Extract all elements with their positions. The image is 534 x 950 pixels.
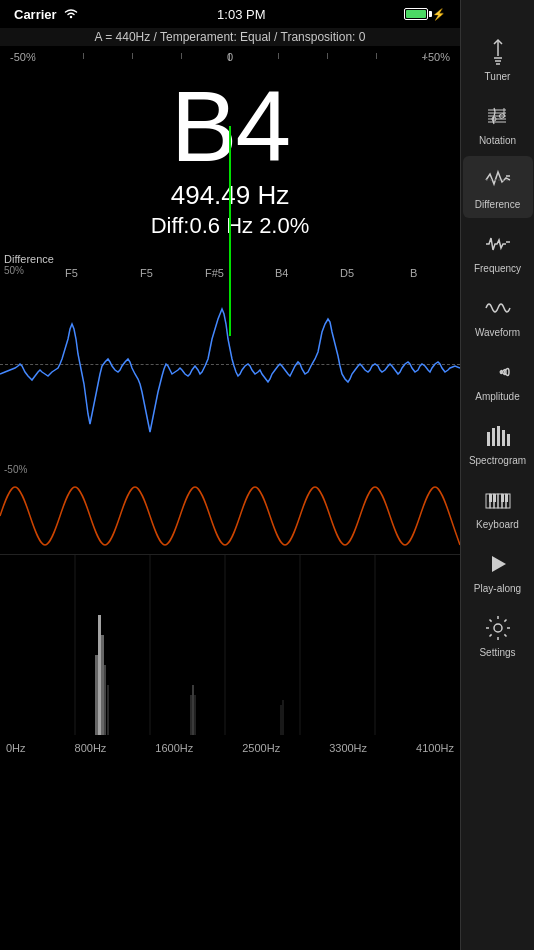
svg-rect-38 xyxy=(98,615,101,735)
charging-icon: ⚡ xyxy=(432,8,446,21)
svg-rect-37 xyxy=(95,655,98,735)
sidebar-item-settings[interactable]: Settings xyxy=(463,604,533,666)
battery-icon xyxy=(404,8,428,20)
percent-50-top: 50% xyxy=(4,265,24,276)
sidebar-label-spectrogram: Spectrogram xyxy=(469,455,526,466)
sidebar-item-amplitude[interactable]: Amplitude xyxy=(463,348,533,410)
note-b4: B4 xyxy=(275,267,288,279)
settings-icon xyxy=(484,612,512,644)
svg-point-31 xyxy=(494,624,502,632)
note-display: B4 494.49 Hz Diff:0.6 Hz 2.0% xyxy=(0,68,460,249)
sidebar-item-keyboard[interactable]: Keyboard xyxy=(463,476,533,538)
sidebar: Tuner Notation xyxy=(460,0,534,950)
note-f5-1: F5 xyxy=(65,267,78,279)
freq-3300hz: 3300Hz xyxy=(329,742,367,754)
tuning-info: A = 440Hz / Temperament: Equal / Transpo… xyxy=(0,28,460,46)
battery-area: ⚡ xyxy=(404,8,446,21)
frequency-icon xyxy=(484,228,512,260)
carrier-label: Carrier xyxy=(14,7,79,22)
sidebar-label-waveform: Waveform xyxy=(475,327,520,338)
note-b-right: B xyxy=(410,267,417,279)
svg-rect-43 xyxy=(192,685,194,735)
note-f5-2: F5 xyxy=(140,267,153,279)
status-bar: Carrier 1:03 PM ⚡ xyxy=(0,0,460,28)
svg-rect-42 xyxy=(190,695,192,735)
sidebar-label-amplitude: Amplitude xyxy=(475,391,519,402)
difference-label: Difference xyxy=(4,253,54,265)
svg-rect-45 xyxy=(280,705,282,735)
wifi-icon xyxy=(63,7,79,22)
tuner-needle xyxy=(229,126,231,336)
svg-rect-28 xyxy=(501,494,504,502)
svg-rect-16 xyxy=(492,428,495,446)
svg-rect-15 xyxy=(487,432,490,446)
sidebar-item-spectrogram[interactable]: Spectrogram xyxy=(463,412,533,474)
waveform-icon xyxy=(484,292,512,324)
cent-scale: -50% 0 +50% xyxy=(0,46,460,68)
freq-1600hz: 1600Hz xyxy=(155,742,193,754)
freq-800hz: 800Hz xyxy=(75,742,107,754)
svg-rect-44 xyxy=(194,695,196,735)
sidebar-label-playalong: Play-along xyxy=(474,583,521,594)
spectrogram-area: 0Hz 800Hz 1600Hz 2500Hz 3300Hz 4100Hz xyxy=(0,554,460,754)
note-fsharp5: F#5 xyxy=(205,267,224,279)
amplitude-wave-svg xyxy=(0,479,460,554)
spectrogram-icon xyxy=(484,420,512,452)
svg-rect-29 xyxy=(505,494,508,502)
sidebar-label-frequency: Frequency xyxy=(474,263,521,274)
svg-rect-41 xyxy=(107,685,109,735)
sidebar-item-playalong[interactable]: Play-along xyxy=(463,540,533,602)
sidebar-item-tuner[interactable]: Tuner xyxy=(463,28,533,90)
svg-rect-17 xyxy=(497,426,500,446)
percent-minus50-bottom: -50% xyxy=(4,464,27,475)
freq-0hz: 0Hz xyxy=(6,742,26,754)
keyboard-icon xyxy=(484,484,512,516)
svg-rect-40 xyxy=(104,665,106,735)
playalong-icon xyxy=(484,548,512,580)
tuner-icon xyxy=(484,36,512,68)
time-display: 1:03 PM xyxy=(217,7,265,22)
difference-icon xyxy=(484,164,512,196)
sidebar-label-keyboard: Keyboard xyxy=(476,519,519,530)
main-content: Carrier 1:03 PM ⚡ A = 440Hz / Temperamen… xyxy=(0,0,460,950)
sidebar-label-notation: Notation xyxy=(479,135,516,146)
svg-rect-26 xyxy=(489,494,492,502)
svg-rect-19 xyxy=(507,434,510,446)
freq-axis: 0Hz 800Hz 1600Hz 2500Hz 3300Hz 4100Hz xyxy=(0,734,460,754)
amplitude-icon xyxy=(484,356,512,388)
svg-rect-46 xyxy=(282,700,284,735)
cent-center: 0 xyxy=(227,51,233,63)
freq-4100hz: 4100Hz xyxy=(416,742,454,754)
svg-rect-27 xyxy=(493,494,496,502)
note-d5: D5 xyxy=(340,267,354,279)
sidebar-item-waveform[interactable]: Waveform xyxy=(463,284,533,346)
sidebar-item-difference[interactable]: Difference xyxy=(463,156,533,218)
sidebar-label-settings: Settings xyxy=(479,647,515,658)
svg-marker-30 xyxy=(492,556,506,572)
notation-icon xyxy=(484,100,512,132)
sidebar-label-tuner: Tuner xyxy=(485,71,511,82)
svg-rect-39 xyxy=(101,635,104,735)
freq-2500hz: 2500Hz xyxy=(242,742,280,754)
sidebar-label-difference: Difference xyxy=(475,199,520,210)
amplitude-area xyxy=(0,479,460,554)
sidebar-item-notation[interactable]: Notation xyxy=(463,92,533,154)
sidebar-item-frequency[interactable]: Frequency xyxy=(463,220,533,282)
svg-rect-18 xyxy=(502,430,505,446)
